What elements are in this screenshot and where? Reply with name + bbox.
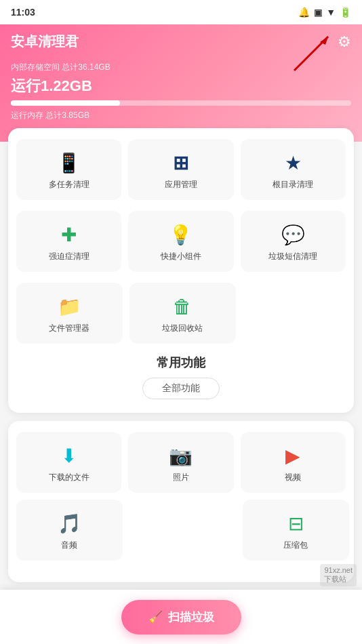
app-manage-icon: ⊞ xyxy=(173,152,188,174)
force-clean-label: 强迫症清理 xyxy=(49,251,89,262)
all-functions-button[interactable]: 全部功能 xyxy=(142,378,220,399)
func-item-junk-sms[interactable]: 💬 垃圾短信清理 xyxy=(241,211,346,272)
func-grid-row3: 📁 文件管理器 🗑 垃圾回收站 xyxy=(16,283,346,344)
func-item-downloads[interactable]: ⬇ 下载的文件 xyxy=(16,432,121,493)
photos-label: 照片 xyxy=(173,472,189,483)
header: 安卓清理君 ⚙ 内部存储空间 总计36.14GB 运行1.22GB 运行内存 总… xyxy=(0,24,362,142)
compress-label: 压缩包 xyxy=(283,540,308,551)
wifi-icon: ▼ xyxy=(326,7,336,18)
compress-icon: ⊟ xyxy=(288,512,304,535)
storage-label: 内部存储空间 总计36.14GB xyxy=(11,62,351,73)
root-clean-icon: ★ xyxy=(285,152,302,174)
watermark: 91xz.net 下载站 xyxy=(320,564,357,586)
func-item-root-clean[interactable]: ★ 根目录清理 xyxy=(241,139,346,200)
func-item-compress[interactable]: ⊟ 压缩包 xyxy=(243,500,349,561)
func-item-file-manager[interactable]: 📁 文件管理器 xyxy=(16,283,123,344)
func-grid-row1: 📱 多任务清理 ⊞ 应用管理 ★ 根目录清理 xyxy=(16,139,346,200)
func-item-recycle-bin[interactable]: 🗑 垃圾回收站 xyxy=(129,283,236,344)
recycle-bin-icon: 🗑 xyxy=(173,296,192,318)
app-manage-label: 应用管理 xyxy=(165,180,197,190)
scan-button[interactable]: 🧹 扫描垃圾 xyxy=(121,600,241,635)
audio-icon: 🎵 xyxy=(58,512,81,535)
watermark-line2: 下载站 xyxy=(324,574,353,584)
multitask-clean-label: 多任务清理 xyxy=(49,180,89,190)
func-item-multitask-clean[interactable]: 📱 多任务清理 xyxy=(16,139,121,200)
func-item-photos[interactable]: 📷 照片 xyxy=(128,432,233,493)
recycle-bin-label: 垃圾回收站 xyxy=(162,323,203,334)
functions-section-title: 常用功能 xyxy=(16,355,346,371)
func-item-force-clean[interactable]: ✚ 强迫症清理 xyxy=(16,211,121,272)
watermark-line1: 91xz.net xyxy=(324,566,353,574)
junk-sms-icon: 💬 xyxy=(281,224,305,246)
videos-label: 视频 xyxy=(285,472,301,483)
network-icon: ▣ xyxy=(314,7,322,18)
memory-progress-bar xyxy=(11,100,351,106)
functions-card: 📱 多任务清理 ⊞ 应用管理 ★ 根目录清理 ✚ 强迫症清理 💡 快捷小组件 xyxy=(8,128,354,413)
photos-icon: 📷 xyxy=(169,445,193,467)
status-time: 11:03 xyxy=(11,7,35,18)
bottom-bar: 🧹 扫描垃圾 xyxy=(0,590,362,644)
func-item-app-manage[interactable]: ⊞ 应用管理 xyxy=(128,139,233,200)
status-bar: 11:03 🔔 ▣ ▼ 🔋 xyxy=(0,0,362,24)
scan-icon: 🧹 xyxy=(148,610,163,624)
quick-widget-icon: 💡 xyxy=(169,224,193,246)
quick-widget-label: 快捷小组件 xyxy=(161,251,201,262)
audio-label: 音频 xyxy=(61,540,77,551)
memory-progress-fill xyxy=(11,100,120,106)
videos-icon: ▶ xyxy=(285,445,300,467)
all-functions-container: 全部功能 xyxy=(16,378,346,399)
settings-button[interactable]: ⚙ xyxy=(338,33,351,51)
downloads-icon: ⬇ xyxy=(61,445,77,467)
media-grid-row2: 🎵 音频 ⊟ 压缩包 xyxy=(16,500,346,561)
memory-total: 运行内存 总计3.85GB xyxy=(11,110,351,121)
media-grid: ⬇ 下载的文件 📷 照片 ▶ 视频 xyxy=(16,432,346,493)
file-manager-label: 文件管理器 xyxy=(49,323,89,334)
downloads-label: 下载的文件 xyxy=(49,472,89,483)
file-manager-icon: 📁 xyxy=(58,296,81,318)
scan-label: 扫描垃圾 xyxy=(168,609,214,625)
func-item-quick-widget[interactable]: 💡 快捷小组件 xyxy=(128,211,233,272)
app-title: 安卓清理君 xyxy=(11,33,79,51)
root-clean-label: 根目录清理 xyxy=(273,180,313,190)
junk-sms-label: 垃圾短信清理 xyxy=(268,251,317,262)
media-card: ⬇ 下载的文件 📷 照片 ▶ 视频 🎵 音频 ⊟ 压缩包 xyxy=(8,421,354,582)
status-icons: 🔔 ▣ ▼ 🔋 xyxy=(298,7,351,18)
func-item-videos[interactable]: ▶ 视频 xyxy=(241,432,346,493)
multitask-clean-icon: 📱 xyxy=(57,152,81,174)
battery-icon: 🔋 xyxy=(340,7,351,18)
func-grid-row2: ✚ 强迫症清理 💡 快捷小组件 💬 垃圾短信清理 xyxy=(16,211,346,272)
force-clean-icon: ✚ xyxy=(61,224,77,246)
func-item-audio[interactable]: 🎵 音频 xyxy=(16,500,123,561)
memory-usage: 运行1.22GB xyxy=(11,76,351,96)
main-content: 📱 多任务清理 ⊞ 应用管理 ★ 根目录清理 ✚ 强迫症清理 💡 快捷小组件 xyxy=(0,128,362,582)
bell-icon: 🔔 xyxy=(298,7,310,18)
